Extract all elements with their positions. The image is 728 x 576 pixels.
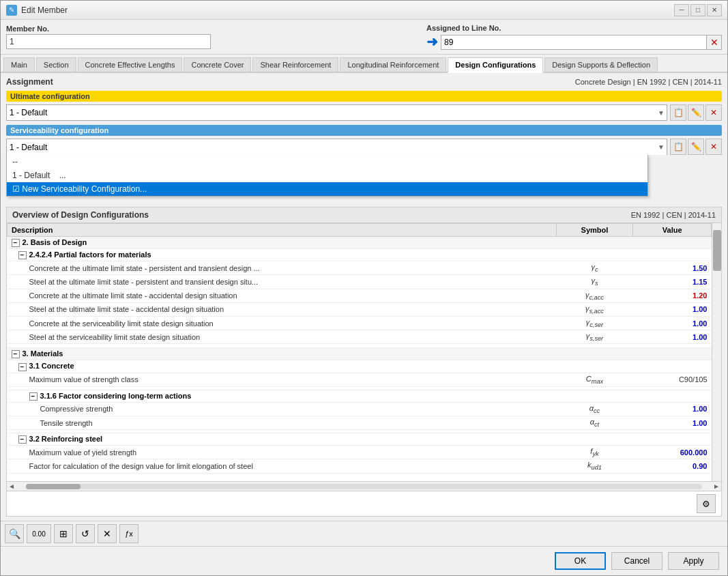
dropdown-item-default[interactable]: 1 - Default ... [7,169,647,182]
serviceability-config-select[interactable]: 1 - Default [6,139,667,155]
collapse-icon[interactable]: − [18,435,27,444]
table-header-row: Description Symbol Value [8,224,712,237]
overview-table: Description Symbol Value −2. Basis of De… [7,223,712,474]
assigned-row: ➜ ✕ [426,33,722,50]
table-row: −3. Materials [8,348,712,360]
assigned-line-input[interactable] [441,35,707,50]
serviceability-dropdown-list: -- 1 - Default ... ☑ New Serviceability … [6,155,648,197]
scroll-thumb [26,484,81,489]
ok-button[interactable]: OK [555,552,606,570]
assigned-input-wrap: ✕ [441,35,722,50]
col-value: Value [633,224,712,237]
member-no-input[interactable] [6,34,211,49]
table-row: −2. Basis of Design [8,237,712,249]
ultimate-config-section: Ultimate configuration 1 - Default ▼ 📋 ✏… [6,91,722,121]
collapse-icon[interactable]: − [12,239,20,247]
table-row: −3.1.6 Factor considering long-term acti… [8,390,712,402]
serviceability-edit-button[interactable]: ✏️ [688,139,704,155]
clear-assigned-button[interactable]: ✕ [707,35,722,50]
serviceability-delete-button[interactable]: ✕ [705,139,722,155]
window-icon: ✎ [6,5,17,16]
assigned-line-field: Assigned to Line No. ➜ ✕ [426,24,722,50]
edit-member-window: ✎ Edit Member ─ □ ✕ Member No. Assigned … [0,0,728,576]
table-wrap[interactable]: Description Symbol Value −2. Basis of De… [7,223,712,481]
table-row: Steel at the ultimate limit state - pers… [8,275,712,289]
refresh-button[interactable]: ↺ [76,524,95,543]
serviceability-select-wrap: 1 - Default ▼ -- 1 - Default ... ☑ New S… [6,139,667,155]
assignment-header: Assignment Concrete Design | EN 1992 | C… [6,77,722,87]
tab-concrete-cover[interactable]: Concrete Cover [184,57,251,72]
cancel-toolbar-button[interactable]: ✕ [98,524,117,543]
content-area: Assignment Concrete Design | EN 1992 | C… [1,73,727,521]
ultimate-delete-button[interactable]: ✕ [705,104,722,121]
vertical-scrollbar[interactable] [712,223,721,481]
tab-design-config[interactable]: Design Configurations [448,57,543,73]
tab-main[interactable]: Main [3,57,35,72]
table-outer: Description Symbol Value −2. Basis of De… [7,223,721,481]
serviceability-config-row: 1 - Default ▼ -- 1 - Default ... ☑ New S… [6,139,722,155]
serviceability-new-button[interactable]: 📋 [670,139,686,155]
assignment-title: Assignment [6,77,53,87]
table-row: Steel at the ultimate limit state - acci… [8,302,712,316]
ultimate-config-buttons: 📋 ✏️ ✕ [670,104,722,121]
search-button[interactable]: 🔍 [5,524,24,543]
col-description: Description [8,224,557,237]
tab-shear[interactable]: Shear Reinforcement [252,57,338,72]
member-no-label: Member No. [6,25,211,33]
table-footer: ⚙ [7,491,721,516]
table-row: Tensile strength αct 1.00 [8,416,712,429]
overview-section: Overview of Design Configurations EN 199… [6,207,722,517]
tab-section[interactable]: Section [36,57,76,72]
dropdown-item-new[interactable]: ☑ New Serviceability Configuration... [7,182,647,196]
serviceability-config-section: Serviceability configuration 1 - Default… [6,125,722,155]
arrow-icon: ➜ [426,33,438,50]
window-title: Edit Member [21,5,68,15]
table-row: −3.2 Reinforcing steel [8,433,712,446]
tab-design-supports[interactable]: Design Supports & Deflection [544,57,658,72]
design-info: Concrete Design | EN 1992 | CEN | 2014-1… [575,78,722,86]
maximize-button[interactable]: □ [690,4,705,16]
member-section: Member No. Assigned to Line No. ➜ ✕ [1,20,727,55]
ultimate-config-label: Ultimate configuration [6,91,722,102]
overview-standard: EN 1992 | CEN | 2014-11 [631,211,716,219]
ultimate-config-select[interactable]: 1 - Default [6,104,667,121]
serviceability-config-label: Serviceability configuration [6,125,722,136]
apply-button[interactable]: Apply [668,552,719,570]
horizontal-scrollbar[interactable]: ◄ ► [7,481,721,491]
scroll-track [26,484,702,489]
dropdown-item-blank[interactable]: -- [7,155,647,169]
table-row: −2.4.2.4 Partial factors for materials [8,249,712,261]
ultimate-edit-button[interactable]: ✏️ [688,104,704,121]
ultimate-new-button[interactable]: 📋 [670,104,686,121]
col-symbol: Symbol [556,224,633,237]
collapse-icon[interactable]: − [12,350,20,358]
formula-button[interactable]: ƒx [119,524,139,543]
grid-button[interactable]: ⊞ [54,524,73,543]
close-button[interactable]: ✕ [707,4,722,16]
table-row: Maximum value of strength class Cmax C90… [8,373,712,386]
ultimate-select-wrap: 1 - Default ▼ [6,104,667,121]
title-bar: ✎ Edit Member ─ □ ✕ [1,1,727,20]
table-row: −3.1 Concrete [8,360,712,373]
table-settings-button[interactable]: ⚙ [697,494,716,513]
cancel-button[interactable]: Cancel [611,552,663,570]
tab-concrete-effective[interactable]: Concrete Effective Lengths [78,57,183,72]
table-row: Compressive strength αcc 1.00 [8,402,712,416]
value-button[interactable]: 0.00 [27,524,51,543]
table-row: Factor for calculation of the design val… [8,459,712,473]
member-no-field: Member No. [6,25,211,49]
table-row: Maximum value of yield strength fyk 600.… [8,446,712,459]
overview-title: Overview of Design Configurations [12,210,149,220]
assigned-line-label: Assigned to Line No. [426,24,722,32]
table-row: Concrete at the ultimate limit state - a… [8,289,712,302]
table-row: Concrete at the serviceability limit sta… [8,316,712,330]
ultimate-config-row: 1 - Default ▼ 📋 ✏️ ✕ [6,104,722,121]
collapse-icon[interactable]: − [29,392,38,401]
tab-longitudinal[interactable]: Longitudinal Reinforcement [340,57,446,72]
collapse-icon[interactable]: − [18,251,27,259]
bottom-toolbar: 🔍 0.00 ⊞ ↺ ✕ ƒx [1,521,727,546]
minimize-button[interactable]: ─ [674,4,689,16]
overview-header: Overview of Design Configurations EN 199… [7,207,721,223]
serviceability-config-buttons: 📋 ✏️ ✕ [670,139,722,155]
collapse-icon[interactable]: − [18,363,27,371]
